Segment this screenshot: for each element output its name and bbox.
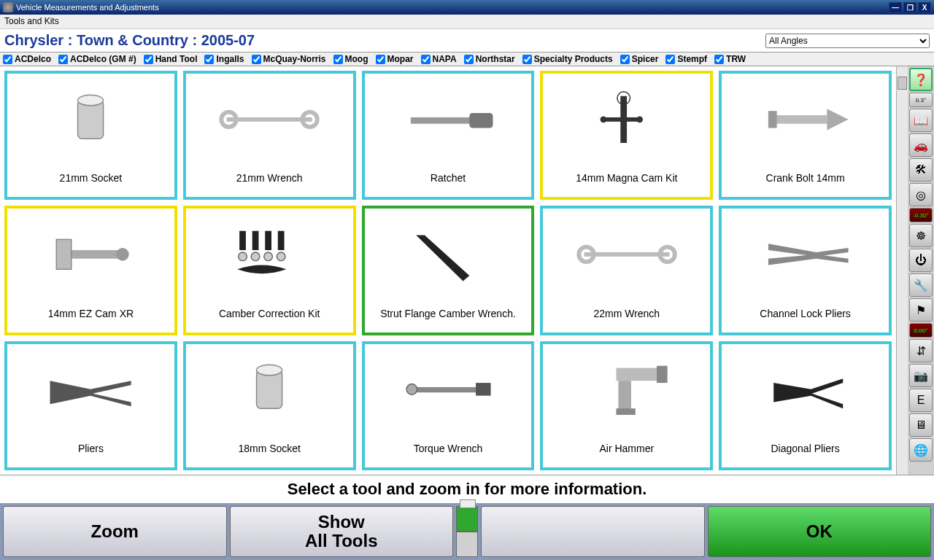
tool-card-channel-lock-pliers[interactable]: Channel Lock Pliers xyxy=(719,206,892,335)
filter-checkbox[interactable] xyxy=(58,55,68,64)
vertical-scrollbar[interactable] xyxy=(896,66,908,475)
filter-spicer[interactable]: Spicer xyxy=(620,54,659,64)
filter-hand-tool[interactable]: Hand Tool xyxy=(144,54,198,64)
zoom-button[interactable]: Zoom xyxy=(3,506,227,557)
camera-icon[interactable]: 📷 xyxy=(909,364,933,387)
tool-card-strut-flange-camber-wrench-[interactable]: Strut Flange Camber Wrench. xyxy=(362,206,535,335)
tool-card-18mm-socket[interactable]: 18mm Socket xyxy=(183,341,356,470)
svg-point-30 xyxy=(257,365,282,376)
tool-card-21mm-wrench[interactable]: 21mm Wrench xyxy=(183,71,356,200)
maximize-button[interactable]: ❐ xyxy=(903,2,916,13)
filter-checkbox[interactable] xyxy=(3,55,12,64)
tool-card-pliers[interactable]: Pliers xyxy=(4,341,177,470)
flag-icon[interactable]: ⚑ xyxy=(909,298,933,322)
help-button[interactable]: ❓ xyxy=(909,68,933,91)
diag-pliers-icon xyxy=(722,344,889,435)
filter-mcquay-norris[interactable]: McQuay-Norris xyxy=(252,54,326,64)
tool-card-diagonal-pliers[interactable]: Diagonal Pliers xyxy=(719,341,892,470)
filter-moog[interactable]: Moog xyxy=(333,54,368,64)
svg-rect-21 xyxy=(278,231,285,250)
book-icon[interactable]: 📖 xyxy=(909,109,933,132)
tool-label: Strut Flange Camber Wrench. xyxy=(377,300,519,332)
torque-icon xyxy=(365,344,532,435)
reading-2[interactable]: 0.00° xyxy=(909,323,933,338)
tool-card-camber-correction-kit[interactable]: Camber Correction Kit xyxy=(183,206,356,335)
bottom-bar: Zoom Show All Tools OK xyxy=(0,503,934,560)
svg-rect-26 xyxy=(584,252,669,257)
reading-1[interactable]: -0.30° xyxy=(909,208,933,222)
alignment-icon[interactable]: 🔧 xyxy=(909,273,933,297)
wrench-icon xyxy=(543,209,710,300)
filter-label: ACDelco (GM #) xyxy=(70,54,136,64)
filter-ingalls[interactable]: Ingalls xyxy=(204,54,244,64)
tools-icon[interactable]: 🛠 xyxy=(909,158,933,182)
arrows-icon[interactable]: ⇵ xyxy=(909,339,933,362)
close-button[interactable]: X xyxy=(918,2,931,13)
car-icon[interactable]: 🚗 xyxy=(909,133,933,157)
view-toggle[interactable] xyxy=(456,506,478,557)
scroll-thumb[interactable] xyxy=(898,77,907,90)
filter-checkbox[interactable] xyxy=(522,55,532,64)
filter-label: TRW xyxy=(726,54,746,64)
filter-checkbox[interactable] xyxy=(252,55,261,64)
tool-card-22mm-wrench[interactable]: 22mm Wrench xyxy=(540,206,713,335)
filter-acdelco[interactable]: ACDelco xyxy=(3,54,51,64)
filter-checkbox[interactable] xyxy=(421,55,431,64)
angle-indicator[interactable]: 0.3° xyxy=(909,93,933,107)
filter-trw[interactable]: TRW xyxy=(714,54,746,64)
tool-label: 22mm Wrench xyxy=(590,300,663,332)
filter-checkbox[interactable] xyxy=(464,55,474,64)
steering-icon[interactable]: ☸ xyxy=(909,224,933,247)
filter-checkbox[interactable] xyxy=(333,55,343,64)
filter-northstar[interactable]: Northstar xyxy=(464,54,515,64)
tool-label: 18mm Socket xyxy=(235,435,304,467)
menu-tools-kits[interactable]: Tools and Kits xyxy=(4,16,59,26)
e-icon[interactable]: E xyxy=(909,389,933,412)
air-hammer-icon xyxy=(543,344,710,435)
svg-point-17 xyxy=(116,248,129,261)
filter-checkbox[interactable] xyxy=(665,55,675,64)
angle-select[interactable]: All Angles xyxy=(765,34,930,48)
svg-point-22 xyxy=(239,252,247,261)
tool-card-torque-wrench[interactable]: Torque Wrench xyxy=(362,341,535,470)
filter-checkbox[interactable] xyxy=(376,55,385,64)
ok-button[interactable]: OK xyxy=(708,506,932,557)
filter-specialty-products[interactable]: Specialty Products xyxy=(522,54,613,64)
svg-rect-20 xyxy=(265,231,271,250)
tool-card-14mm-magna-cam-kit[interactable]: 14mm Magna Cam Kit xyxy=(540,71,713,200)
tool-label: Air Hammer xyxy=(596,435,657,467)
tool-card-crank-bolt-14mm[interactable]: Crank Bolt 14mm xyxy=(719,71,892,200)
cam-icon xyxy=(7,209,174,300)
filter-napa[interactable]: NAPA xyxy=(421,54,457,64)
globe-icon[interactable]: 🌐 xyxy=(909,438,933,462)
toggle-gray[interactable] xyxy=(456,532,478,557)
svg-rect-37 xyxy=(616,409,635,416)
power-icon[interactable]: ⏻ xyxy=(909,249,933,272)
filter-acdelco-gm-[interactable]: ACDelco (GM #) xyxy=(58,54,136,64)
filter-label: Stempf xyxy=(677,54,707,64)
filter-checkbox[interactable] xyxy=(204,55,214,64)
filter-label: Ingalls xyxy=(216,54,244,64)
tool-label: 21mm Socket xyxy=(57,165,126,197)
tool-card-ratchet[interactable]: Ratchet xyxy=(362,71,535,200)
filter-checkbox[interactable] xyxy=(620,55,630,64)
tool-card-21mm-socket[interactable]: 21mm Socket xyxy=(4,71,177,200)
filter-mopar[interactable]: Mopar xyxy=(376,54,414,64)
gauge-icon[interactable]: ◎ xyxy=(909,183,933,206)
tool-card-14mm-ez-cam-xr[interactable]: 14mm EZ Cam XR xyxy=(4,206,177,335)
pliers-icon xyxy=(7,344,174,435)
display-icon[interactable]: 🖥 xyxy=(909,413,933,437)
socket-icon xyxy=(7,74,174,165)
svg-rect-6 xyxy=(469,113,493,128)
blank-button[interactable] xyxy=(481,506,705,557)
filter-label: Mopar xyxy=(387,54,414,64)
svg-point-1 xyxy=(78,95,104,106)
svg-point-24 xyxy=(264,252,273,261)
filter-checkbox[interactable] xyxy=(714,55,724,64)
show-all-tools-button[interactable]: Show All Tools xyxy=(230,506,454,557)
tool-card-air-hammer[interactable]: Air Hammer xyxy=(540,341,713,470)
filter-checkbox[interactable] xyxy=(144,55,153,64)
filter-stempf[interactable]: Stempf xyxy=(665,54,707,64)
toggle-green[interactable] xyxy=(456,506,478,532)
minimize-button[interactable]: — xyxy=(889,2,902,13)
